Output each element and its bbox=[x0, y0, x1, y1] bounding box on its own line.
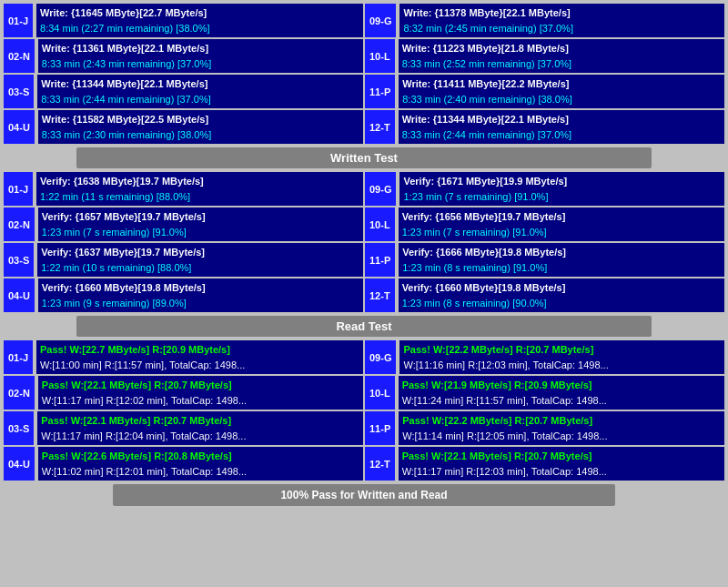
drive-label: 11-P bbox=[365, 75, 395, 108]
drive-status: Write: {11344 MByte}[22.1 MByte/s]8:33 m… bbox=[37, 75, 363, 108]
table-row: 01-JVerify: {1638 MByte}[19.7 MByte/s]1:… bbox=[4, 172, 363, 206]
drive-label: 11-P bbox=[365, 243, 395, 277]
drive-status: Pass! W:[22.1 MByte/s] R:[20.7 MByte/s]W… bbox=[399, 447, 724, 481]
drive-status: Pass! W:[21.9 MByte/s] R:[20.9 MByte/s]W… bbox=[399, 376, 724, 410]
status-line2: 1:22 min (10 s remaining) [88.0%] bbox=[41, 260, 359, 276]
status-line2: 1:23 min (9 s remaining) [89.0%] bbox=[42, 296, 359, 311]
table-row: 10-LPass! W:[21.9 MByte/s] R:[20.9 MByte… bbox=[365, 376, 724, 410]
drive-status: Verify: {1666 MByte}[19.8 MByte/s]1:23 m… bbox=[399, 243, 724, 277]
drive-label: 09-G bbox=[365, 4, 396, 37]
read-test-section: 01-JPass! W:[22.7 MByte/s] R:[20.9 MByte… bbox=[4, 340, 724, 481]
table-row: 11-PWrite: {11411 MByte}[22.2 MByte/s]8:… bbox=[365, 75, 724, 108]
status-line1: Pass! W:[22.7 MByte/s] R:[20.9 MByte/s] bbox=[40, 342, 359, 358]
status-line2: 8:33 min (2:40 min remaining) [38.0%] bbox=[402, 92, 721, 107]
status-line1: Pass! W:[22.1 MByte/s] R:[20.7 MByte/s] bbox=[41, 413, 359, 429]
status-line2: 1:23 min (8 s remaining) [90.0%] bbox=[402, 296, 721, 311]
status-line1: Verify: {1637 MByte}[19.7 MByte/s] bbox=[41, 245, 359, 260]
drive-label: 11-P bbox=[365, 411, 395, 445]
drive-status: Verify: {1638 MByte}[19.7 MByte/s]1:22 m… bbox=[36, 172, 363, 206]
status-line2: 1:23 min (7 s remaining) [91.0%] bbox=[42, 225, 359, 240]
table-row: 04-UPass! W:[22.6 MByte/s] R:[20.8 MByte… bbox=[4, 447, 363, 481]
drive-label: 01-J bbox=[4, 4, 33, 37]
table-row: 10-LWrite: {11223 MByte}[21.8 MByte/s]8:… bbox=[365, 39, 724, 73]
drive-label: 10-L bbox=[365, 39, 395, 73]
status-line2: 1:23 min (7 s remaining) [91.0%] bbox=[403, 189, 721, 205]
table-row: 01-JWrite: {11645 MByte}[22.7 MByte/s]8:… bbox=[4, 4, 363, 37]
table-row: 11-PVerify: {1666 MByte}[19.8 MByte/s]1:… bbox=[365, 243, 724, 277]
drive-status: Pass! W:[22.7 MByte/s] R:[20.9 MByte/s]W… bbox=[36, 340, 363, 374]
drive-status: Write: {11344 MByte}[22.1 MByte/s]8:33 m… bbox=[399, 110, 724, 144]
table-row: 12-TWrite: {11344 MByte}[22.1 MByte/s]8:… bbox=[365, 110, 724, 144]
read-test-grid: 01-JPass! W:[22.7 MByte/s] R:[20.9 MByte… bbox=[4, 340, 724, 481]
status-line2: W:[11:17 min] R:[12:03 min], TotalCap: 1… bbox=[402, 464, 721, 480]
status-line2: 1:23 min (8 s remaining) [91.0%] bbox=[402, 260, 721, 276]
status-line1: Pass! W:[22.2 MByte/s] R:[20.7 MByte/s] bbox=[403, 342, 721, 358]
table-row: 03-SVerify: {1637 MByte}[19.7 MByte/s]1:… bbox=[4, 243, 363, 277]
table-row: 03-SPass! W:[22.1 MByte/s] R:[20.7 MByte… bbox=[4, 411, 363, 445]
drive-label: 01-J bbox=[4, 172, 33, 206]
drive-label: 03-S bbox=[4, 411, 34, 445]
drive-label: 03-S bbox=[4, 75, 34, 108]
drive-status: Write: {11378 MByte}[22.1 MByte/s]8:32 m… bbox=[399, 4, 724, 37]
status-line2: W:[11:16 min] R:[12:03 min], TotalCap: 1… bbox=[403, 358, 721, 373]
bottom-status-bar: 100% Pass for Written and Read bbox=[113, 484, 615, 506]
status-line2: 1:22 min (11 s remaining) [88.0%] bbox=[40, 189, 359, 205]
drive-label: 10-L bbox=[365, 376, 395, 410]
status-line1: Write: {11645 MByte}[22.7 MByte/s] bbox=[40, 5, 359, 21]
drive-label: 12-T bbox=[365, 278, 395, 312]
table-row: 04-UWrite: {11582 MByte}[22.5 MByte/s]8:… bbox=[4, 110, 363, 144]
drive-status: Verify: {1657 MByte}[19.7 MByte/s]1:23 m… bbox=[38, 207, 363, 241]
status-line2: W:[11:17 min] R:[12:02 min], TotalCap: 1… bbox=[42, 393, 359, 409]
verify-test-grid: 01-JVerify: {1638 MByte}[19.7 MByte/s]1:… bbox=[4, 172, 724, 312]
table-row: 02-NWrite: {11361 MByte}[22.1 MByte/s]8:… bbox=[4, 39, 363, 73]
drive-label: 09-G bbox=[365, 172, 396, 206]
drive-status: Verify: {1637 MByte}[19.7 MByte/s]1:22 m… bbox=[37, 243, 363, 277]
drive-status: Write: {11223 MByte}[21.8 MByte/s]8:33 m… bbox=[399, 39, 724, 73]
drive-status: Pass! W:[22.1 MByte/s] R:[20.7 MByte/s]W… bbox=[38, 376, 363, 410]
drive-label: 03-S bbox=[4, 243, 34, 277]
drive-label: 02-N bbox=[4, 376, 35, 410]
table-row: 03-SWrite: {11344 MByte}[22.1 MByte/s]8:… bbox=[4, 75, 363, 108]
status-line1: Verify: {1671 MByte}[19.9 MByte/s] bbox=[403, 174, 721, 189]
table-row: 09-GVerify: {1671 MByte}[19.9 MByte/s]1:… bbox=[365, 172, 724, 206]
table-row: 11-PPass! W:[22.2 MByte/s] R:[20.7 MByte… bbox=[365, 411, 724, 445]
status-line1: Write: {11361 MByte}[22.1 MByte/s] bbox=[42, 41, 359, 56]
status-line1: Verify: {1660 MByte}[19.8 MByte/s] bbox=[402, 280, 721, 296]
table-row: 12-TPass! W:[22.1 MByte/s] R:[20.7 MByte… bbox=[365, 447, 724, 481]
drive-label: 12-T bbox=[365, 110, 395, 144]
status-line1: Verify: {1656 MByte}[19.7 MByte/s] bbox=[402, 209, 721, 225]
status-line2: 1:23 min (7 s remaining) [91.0%] bbox=[402, 225, 721, 240]
status-line2: 8:32 min (2:45 min remaining) [37.0%] bbox=[403, 21, 721, 36]
table-row: 04-UVerify: {1660 MByte}[19.8 MByte/s]1:… bbox=[4, 278, 363, 312]
drive-label: 04-U bbox=[4, 278, 35, 312]
drive-status: Write: {11645 MByte}[22.7 MByte/s]8:34 m… bbox=[36, 4, 363, 37]
status-line2: 8:34 min (2:27 min remaining) [38.0%] bbox=[40, 21, 359, 36]
status-line1: Pass! W:[22.1 MByte/s] R:[20.7 MByte/s] bbox=[42, 378, 359, 393]
drive-status: Write: {11582 MByte}[22.5 MByte/s]8:33 m… bbox=[38, 110, 363, 144]
status-line2: W:[11:00 min] R:[11:57 min], TotalCap: 1… bbox=[40, 358, 359, 373]
drive-status: Pass! W:[22.6 MByte/s] R:[20.8 MByte/s]W… bbox=[38, 447, 363, 481]
verify-test-section: 01-JVerify: {1638 MByte}[19.7 MByte/s]1:… bbox=[4, 172, 724, 312]
status-line1: Pass! W:[22.1 MByte/s] R:[20.7 MByte/s] bbox=[402, 449, 721, 464]
status-line1: Write: {11344 MByte}[22.1 MByte/s] bbox=[402, 112, 721, 127]
drive-status: Write: {11411 MByte}[22.2 MByte/s]8:33 m… bbox=[399, 75, 724, 108]
table-row: 09-GPass! W:[22.2 MByte/s] R:[20.7 MByte… bbox=[365, 340, 724, 374]
table-row: 02-NPass! W:[22.1 MByte/s] R:[20.7 MByte… bbox=[4, 376, 363, 410]
status-line2: W:[11:02 min] R:[12:01 min], TotalCap: 1… bbox=[42, 464, 359, 480]
status-line2: 8:33 min (2:44 min remaining) [37.0%] bbox=[402, 127, 721, 143]
table-row: 01-JPass! W:[22.7 MByte/s] R:[20.9 MByte… bbox=[4, 340, 363, 374]
status-line1: Write: {11378 MByte}[22.1 MByte/s] bbox=[403, 5, 721, 21]
status-line2: W:[11:24 min] R:[11:57 min], TotalCap: 1… bbox=[402, 393, 721, 409]
status-line1: Write: {11223 MByte}[21.8 MByte/s] bbox=[402, 41, 721, 56]
drive-status: Pass! W:[22.2 MByte/s] R:[20.7 MByte/s]W… bbox=[399, 340, 724, 374]
written-test-header: Written Test bbox=[76, 147, 652, 168]
status-line1: Write: {11411 MByte}[22.2 MByte/s] bbox=[402, 76, 721, 92]
drive-label: 12-T bbox=[365, 447, 395, 481]
status-line1: Verify: {1666 MByte}[19.8 MByte/s] bbox=[402, 245, 721, 260]
table-row: 10-LVerify: {1656 MByte}[19.7 MByte/s]1:… bbox=[365, 207, 724, 241]
status-line2: 8:33 min (2:44 min remaining) [37.0%] bbox=[41, 92, 359, 107]
drive-label: 01-J bbox=[4, 340, 33, 374]
written-test-section: 01-JWrite: {11645 MByte}[22.7 MByte/s]8:… bbox=[4, 4, 724, 144]
status-line1: Verify: {1638 MByte}[19.7 MByte/s] bbox=[40, 174, 359, 189]
drive-status: Verify: {1656 MByte}[19.7 MByte/s]1:23 m… bbox=[399, 207, 724, 241]
